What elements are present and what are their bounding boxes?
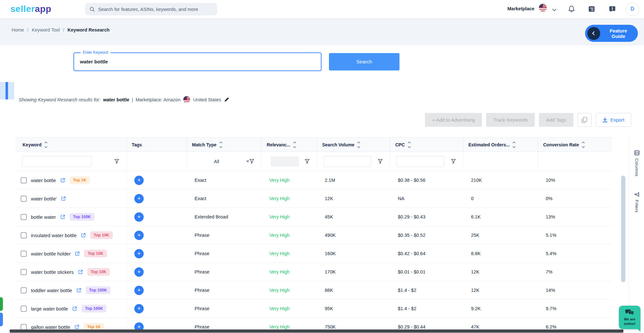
filter-funnel-icon[interactable] (249, 159, 254, 164)
live-chat-widget[interactable]: We are online! (619, 306, 640, 329)
vertical-scrollbar[interactable] (621, 176, 625, 282)
row-checkbox[interactable] (21, 287, 27, 293)
user-avatar[interactable]: D (626, 2, 639, 16)
breadcrumb-keyword-tool[interactable]: Keyword Tool (32, 27, 60, 32)
column-header-search-volume[interactable]: Search Volume (317, 138, 390, 152)
sort-icon[interactable] (513, 142, 515, 148)
results-marketplace: Marketplace: Amazon (136, 97, 180, 102)
cpc-cell: $1.4 - $2 (390, 300, 463, 318)
sort-icon[interactable] (408, 142, 410, 148)
add-tag-button[interactable]: + (134, 304, 144, 313)
add-tags-button[interactable]: Add Tags (539, 113, 573, 127)
feature-guide-button[interactable]: Feature Guide (585, 25, 638, 42)
calendar-icon[interactable] (587, 5, 596, 14)
external-link-icon[interactable] (75, 251, 80, 256)
keyword-input[interactable] (74, 53, 321, 70)
filter-funnel-icon[interactable] (305, 159, 310, 164)
external-link-icon[interactable] (60, 214, 65, 219)
track-keywords-button[interactable]: Track Keywords (486, 113, 535, 127)
keyword-results-table: Keyword Tags Match Type Relevanc... Sear… (15, 137, 612, 333)
search-volume-cell: 160K (317, 245, 390, 263)
match-type-cell: Phrase (187, 263, 262, 281)
column-header-match-type[interactable]: Match Type (187, 138, 262, 152)
add-to-advertising-button[interactable]: + Add to Advertising (425, 113, 482, 127)
filter-funnel-icon[interactable] (451, 159, 456, 164)
table-row: toddler water bottle Top 100K + Phrase V… (15, 281, 612, 300)
chat-bubbles-icon (625, 309, 634, 316)
sort-icon[interactable] (220, 142, 222, 148)
external-link-icon[interactable] (60, 178, 65, 183)
column-header-tags: Tags (127, 138, 187, 152)
row-checkbox[interactable] (21, 196, 27, 202)
horizontal-scrollbar[interactable] (10, 329, 623, 333)
column-header-relevance[interactable]: Relevanc... (262, 138, 317, 152)
table-filter-row: All (15, 152, 612, 171)
add-tag-button[interactable]: + (134, 267, 144, 277)
global-search-input[interactable] (98, 7, 213, 12)
filters-panel-toggle[interactable]: Filters (629, 192, 644, 213)
sidebar-active-indicator (0, 82, 14, 99)
external-link-icon[interactable] (61, 196, 66, 201)
breadcrumb-home[interactable]: Home (12, 27, 24, 32)
add-tag-button[interactable]: + (134, 286, 144, 295)
rank-badge: Top 10K (90, 231, 113, 239)
add-tag-button[interactable]: + (134, 194, 144, 203)
row-checkbox[interactable] (21, 214, 27, 220)
chevron-down-icon[interactable] (552, 7, 556, 11)
column-header-cpc[interactable]: CPC (390, 138, 463, 152)
left-blue-tab[interactable] (0, 313, 3, 326)
columns-panel-toggle[interactable]: Columns (629, 150, 644, 176)
conversion-rate-cell: 5.1% (538, 226, 612, 244)
global-search[interactable] (85, 3, 217, 15)
row-checkbox[interactable] (21, 324, 27, 330)
keyword-input-label: Enter Keyword (81, 50, 111, 55)
sellerapp-logo[interactable]: sellerapp (10, 4, 51, 14)
keyword-cell: insulated water bottle (31, 233, 77, 238)
edit-pencil-icon[interactable] (224, 97, 229, 102)
external-link-icon[interactable] (78, 269, 83, 274)
notifications-bell-icon[interactable] (567, 5, 576, 14)
external-link-icon[interactable] (81, 233, 86, 238)
add-tag-button[interactable]: + (134, 176, 144, 185)
export-button[interactable]: Export (596, 113, 631, 127)
match-type-filter-select[interactable]: All (193, 159, 249, 164)
column-header-keyword[interactable]: Keyword (15, 138, 127, 152)
keyword-filter-input[interactable] (22, 156, 91, 167)
external-link-icon[interactable] (76, 288, 82, 293)
sort-icon[interactable] (293, 142, 296, 148)
cpc-filter-input[interactable] (397, 156, 444, 167)
estimated-orders-cell: 12K (463, 263, 538, 281)
sort-icon[interactable] (358, 142, 360, 148)
estimated-orders-cell: 210K (463, 171, 538, 189)
keyword-cell: toddler water bottle (31, 288, 72, 293)
add-tag-button[interactable]: + (134, 231, 144, 240)
filter-funnel-icon[interactable] (114, 159, 119, 164)
add-tag-button[interactable]: + (134, 212, 144, 222)
relevance-cell: Very High (262, 263, 317, 281)
row-checkbox[interactable] (21, 251, 27, 257)
copy-button[interactable] (578, 113, 591, 127)
column-header-conversion-rate[interactable]: Conversion Rate (538, 138, 612, 152)
breadcrumb-current: Keyword Research (68, 27, 110, 32)
column-header-estimated-orders[interactable]: Estimated Orders... (463, 138, 538, 152)
results-country: United States (193, 97, 221, 102)
add-tag-button[interactable]: + (134, 249, 144, 258)
keyword-cell: water bottle holder (31, 251, 71, 256)
sort-icon[interactable] (582, 142, 584, 148)
match-type-cell: Exact (187, 171, 262, 189)
search-button[interactable]: Search (329, 53, 399, 70)
left-green-tab[interactable] (0, 297, 3, 311)
select-caret-icon (246, 161, 249, 162)
row-checkbox[interactable] (21, 232, 27, 238)
feedback-icon[interactable] (608, 5, 617, 14)
row-checkbox[interactable] (21, 269, 27, 275)
relevance-filter-input[interactable] (271, 156, 299, 167)
sort-icon[interactable] (45, 142, 47, 148)
us-flag-icon[interactable] (539, 4, 547, 12)
external-link-icon[interactable] (74, 324, 80, 329)
external-link-icon[interactable] (72, 306, 77, 311)
row-checkbox[interactable] (21, 177, 27, 183)
search-volume-filter-input[interactable] (323, 156, 371, 167)
row-checkbox[interactable] (21, 306, 27, 312)
filter-funnel-icon[interactable] (378, 159, 383, 164)
